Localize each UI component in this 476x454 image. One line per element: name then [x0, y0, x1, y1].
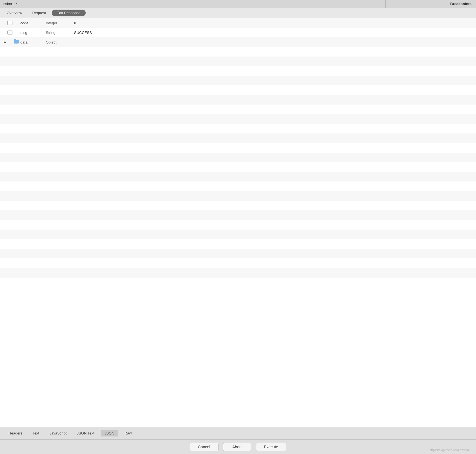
- folder-icon: [14, 40, 19, 44]
- empty-row: [0, 133, 476, 143]
- tab-bar: OverviewRequestEdit Response: [0, 8, 476, 18]
- row-field-type: Object: [46, 40, 74, 44]
- empty-row: [0, 239, 476, 249]
- watermark: https://blog.csdn.net/linzman...: [429, 448, 471, 452]
- empty-row: [0, 201, 476, 210]
- row-field-type: String: [46, 31, 74, 35]
- row-field-type: Integer: [46, 21, 74, 25]
- row-field-name: data: [20, 40, 46, 44]
- empty-row: [0, 143, 476, 153]
- expand-arrow[interactable]: ▶: [2, 40, 7, 44]
- session-title: ssion 1 *: [0, 0, 386, 8]
- empty-row: [0, 85, 476, 95]
- execute-button[interactable]: Execute: [256, 443, 287, 451]
- tab-overview[interactable]: Overview: [2, 10, 27, 16]
- empty-row: [0, 258, 476, 268]
- empty-row: [0, 172, 476, 181]
- empty-row: [0, 114, 476, 124]
- empty-row: [0, 162, 476, 172]
- empty-row: [0, 191, 476, 201]
- empty-row: [0, 278, 476, 287]
- bottom-tab-bar: HeadersTextJavaScriptJSON TextJSONRaw: [0, 427, 476, 439]
- breakpoints-title: Breakpoints: [386, 0, 476, 8]
- empty-row: [0, 268, 476, 278]
- row-field-name: code: [20, 21, 46, 25]
- tab-edit-response[interactable]: Edit Response: [52, 10, 86, 16]
- row-field-value: SUCCESS: [74, 31, 92, 35]
- title-bar: ssion 1 * Breakpoints: [0, 0, 476, 8]
- empty-row: [0, 220, 476, 230]
- empty-row: [0, 76, 476, 85]
- row-field-value: 0: [74, 21, 76, 25]
- empty-row: [0, 210, 476, 220]
- empty-row: [0, 181, 476, 191]
- row-checkbox[interactable]: [7, 31, 12, 34]
- empty-row: [0, 57, 476, 66]
- empty-row: [0, 153, 476, 162]
- table-row: msgStringSUCCESS: [0, 28, 476, 37]
- empty-row: [0, 47, 476, 57]
- empty-row: [0, 66, 476, 76]
- bottom-tab-json[interactable]: JSON: [101, 430, 118, 436]
- bottom-tab-text[interactable]: Text: [29, 430, 43, 436]
- bottom-tab-raw[interactable]: Raw: [120, 430, 136, 436]
- action-bar: CancelAbortExecutehttps://blog.csdn.net/…: [0, 439, 476, 454]
- row-checkbox[interactable]: [7, 21, 12, 25]
- abort-button[interactable]: Abort: [223, 443, 251, 451]
- empty-row: [0, 105, 476, 114]
- empty-row: [0, 230, 476, 239]
- empty-row: [0, 95, 476, 105]
- cancel-button[interactable]: Cancel: [190, 443, 218, 451]
- tab-request[interactable]: Request: [28, 10, 50, 16]
- table-row: ▶dataObject: [0, 37, 476, 47]
- table-row: codeInteger0: [0, 18, 476, 28]
- empty-row: [0, 249, 476, 258]
- content-area: codeInteger0msgStringSUCCESS▶dataObject: [0, 18, 476, 427]
- bottom-tab-json-text[interactable]: JSON Text: [73, 430, 98, 436]
- bottom-tab-javascript[interactable]: JavaScript: [46, 430, 71, 436]
- bottom-tab-headers[interactable]: Headers: [5, 430, 26, 436]
- row-field-name: msg: [20, 31, 46, 35]
- empty-row: [0, 124, 476, 133]
